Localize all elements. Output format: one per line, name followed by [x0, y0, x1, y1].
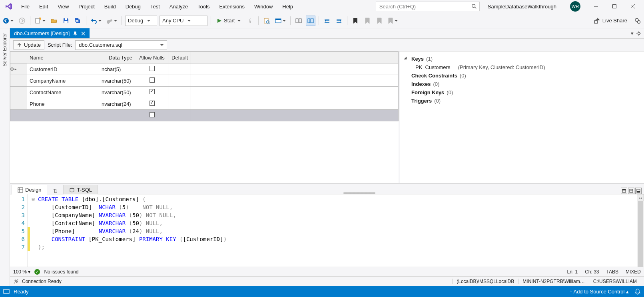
grid-row[interactable]: Phonenvarchar(24): [10, 98, 399, 110]
prop-triggers[interactable]: Triggers (0): [405, 97, 639, 105]
start-button[interactable]: Start: [214, 16, 243, 26]
menu-tools[interactable]: Tools: [193, 1, 214, 12]
cell-nulls[interactable]: [135, 87, 169, 98]
splitter-grip[interactable]: [98, 192, 621, 194]
prop-key-item[interactable]: PK_Customers (Primary Key, Clustered: Cu…: [405, 63, 639, 71]
menu-file[interactable]: File: [16, 1, 34, 12]
nav-back-button[interactable]: [2, 16, 15, 26]
columns-grid[interactable]: Name Data Type Allow Nulls Default Custo…: [10, 51, 399, 121]
save-button[interactable]: [61, 16, 71, 26]
maximize-button[interactable]: [605, 0, 624, 12]
cell-type[interactable]: nvarchar(24): [99, 98, 135, 110]
menu-help[interactable]: Help: [277, 1, 298, 12]
cell-default[interactable]: [169, 75, 191, 87]
menu-edit[interactable]: Edit: [34, 1, 53, 12]
cell-extra[interactable]: [191, 98, 399, 110]
find-in-files-icon[interactable]: [262, 16, 271, 26]
col-header-default[interactable]: Default: [169, 52, 191, 63]
script-file-combo[interactable]: dbo.Customers.sql: [75, 40, 167, 50]
design-tab[interactable]: Design: [12, 185, 47, 194]
user-avatar[interactable]: WR: [570, 1, 580, 12]
feedback-icon[interactable]: [633, 16, 642, 26]
menu-project[interactable]: Project: [74, 1, 99, 12]
grid-new-row[interactable]: [10, 110, 399, 121]
pane-split-button[interactable]: [628, 188, 634, 194]
expand-handle[interactable]: ↔: [637, 194, 644, 201]
cell-nulls[interactable]: [135, 75, 169, 87]
grid-row[interactable]: CustomerIDnchar(5): [10, 63, 399, 75]
menu-extensions[interactable]: Extensions: [214, 1, 249, 12]
close-tab-icon[interactable]: [81, 31, 86, 36]
cell-name[interactable]: CustomerID: [27, 63, 99, 75]
cell-name[interactable]: Phone: [27, 98, 99, 110]
layout-icon-2[interactable]: [306, 16, 315, 26]
nav-forward-button[interactable]: [17, 16, 27, 26]
minimize-button[interactable]: [587, 0, 605, 12]
grid-row[interactable]: CompanyNamenvarchar(50): [10, 75, 399, 87]
config-combo[interactable]: Debug: [125, 16, 157, 26]
col-header-allownulls[interactable]: Allow Nulls: [135, 52, 169, 63]
row-header[interactable]: [10, 63, 27, 75]
bell-icon[interactable]: [634, 288, 641, 295]
cell-type[interactable]: nchar(5): [99, 63, 135, 75]
menu-build[interactable]: Build: [100, 1, 121, 12]
pane-top-button[interactable]: [621, 188, 627, 194]
pane-bottom-button[interactable]: [635, 188, 642, 194]
cell-name[interactable]: CompanyName: [27, 75, 99, 87]
new-item-button[interactable]: [34, 16, 47, 26]
tab-overflow-icon[interactable]: ▾: [631, 30, 634, 36]
menu-test[interactable]: Test: [146, 1, 165, 12]
cell-name[interactable]: ContactName: [27, 87, 99, 98]
update-button[interactable]: Update: [13, 40, 44, 50]
pin-icon[interactable]: [73, 31, 78, 36]
cell-default[interactable]: [169, 87, 191, 98]
cell-type[interactable]: nvarchar(50): [99, 75, 135, 87]
server-explorer-tab[interactable]: Server Explorer: [0, 28, 10, 286]
search-input[interactable]: [379, 3, 471, 10]
prop-foreign-keys[interactable]: Foreign Keys (0): [405, 88, 639, 97]
grid-row[interactable]: ContactNamenvarchar(50): [10, 87, 399, 98]
live-share-button[interactable]: Live Share: [590, 18, 630, 24]
prop-check-constraints[interactable]: Check Constraints (0): [405, 71, 639, 80]
menu-window[interactable]: Window: [249, 1, 277, 12]
menu-view[interactable]: View: [53, 1, 74, 12]
col-header-datatype[interactable]: Data Type: [99, 52, 135, 63]
close-button[interactable]: [624, 0, 642, 12]
prop-keys-header[interactable]: Keys (1): [405, 55, 639, 63]
tab-settings-icon[interactable]: [636, 31, 642, 36]
vertical-scrollbar[interactable]: [637, 194, 644, 267]
code-content[interactable]: CREATE TABLE [dbo].[Customers] ( [Custom…: [36, 194, 637, 267]
undo-button[interactable]: [90, 16, 103, 26]
open-folder-button[interactable]: [49, 16, 59, 26]
row-header[interactable]: [10, 98, 27, 110]
col-header-name[interactable]: Name: [27, 52, 99, 63]
prop-indexes[interactable]: Indexes (0): [405, 80, 639, 88]
bookmark-icon[interactable]: [351, 16, 360, 26]
document-tab[interactable]: dbo.Customers [Design]: [10, 28, 90, 38]
platform-combo[interactable]: Any CPU: [160, 16, 207, 26]
outdent-icon[interactable]: [322, 16, 332, 26]
indent-icon[interactable]: [334, 16, 344, 26]
cell-extra[interactable]: [191, 87, 399, 98]
cell-type[interactable]: nvarchar(50): [99, 87, 135, 98]
zoom-combo[interactable]: 100 % ▾: [13, 269, 30, 275]
layout-icon-1[interactable]: [294, 16, 303, 26]
cell-default[interactable]: [169, 63, 191, 75]
save-all-button[interactable]: [73, 16, 83, 26]
redo-button[interactable]: [105, 16, 118, 26]
cell-nulls[interactable]: [135, 98, 169, 110]
cell-extra[interactable]: [191, 75, 399, 87]
tsql-tab[interactable]: T-SQL: [63, 185, 98, 194]
menu-analyze[interactable]: Analyze: [165, 1, 193, 12]
code-editor[interactable]: 1234567 ⊟ CREATE TABLE [dbo].[Customers]…: [10, 194, 644, 267]
fold-gutter[interactable]: ⊟: [30, 194, 36, 267]
source-control-button[interactable]: ↑ Add to Source Control ▴: [570, 289, 629, 295]
row-header[interactable]: [10, 75, 27, 87]
menu-debug[interactable]: Debug: [121, 1, 146, 12]
cell-extra[interactable]: [191, 63, 399, 75]
browse-icon[interactable]: [274, 16, 287, 26]
output-icon[interactable]: [3, 289, 10, 294]
cell-default[interactable]: [169, 98, 191, 110]
search-box[interactable]: [376, 2, 480, 11]
cell-nulls[interactable]: [135, 63, 169, 75]
